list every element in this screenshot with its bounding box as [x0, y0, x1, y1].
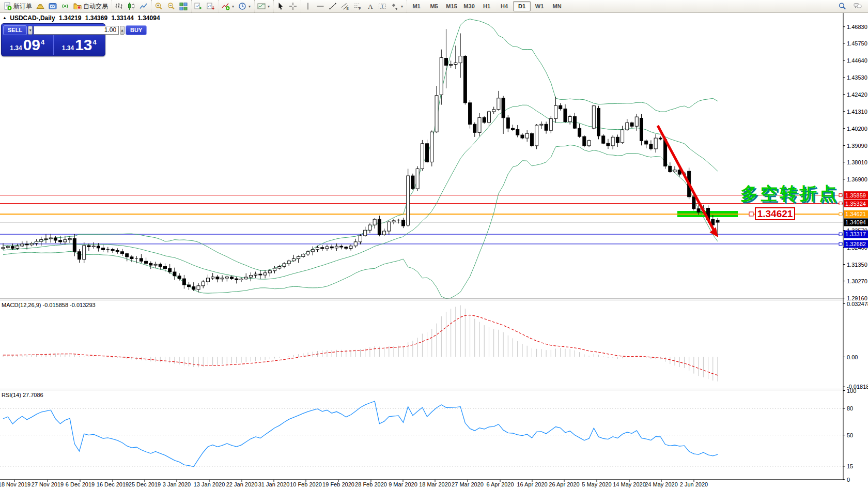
date-label: 22 Jan 2020 — [226, 481, 258, 487]
volume-increase-button[interactable]: ▲ — [120, 26, 125, 35]
price-tick-label: 1.44640 — [847, 57, 867, 64]
candle-bull — [416, 169, 419, 189]
volume-decrease-button[interactable]: ▼ — [28, 26, 33, 35]
candle-bear — [506, 118, 509, 128]
volume-input[interactable] — [34, 26, 119, 35]
candle-bear — [235, 279, 238, 280]
channel-tool-button[interactable]: E — [339, 1, 351, 12]
buy-price-area[interactable]: 1.34 13 4 — [54, 35, 105, 55]
fibonacci-tool-button[interactable]: F — [351, 1, 364, 12]
buy-button[interactable]: BUY — [126, 25, 147, 35]
shapes-icon — [391, 2, 399, 10]
timeframe-button-mn[interactable]: MN — [548, 1, 566, 11]
candle-bull — [392, 221, 395, 222]
candle-bear — [559, 105, 562, 109]
cursor-tool-button[interactable] — [274, 1, 287, 12]
add-indicator-icon — [222, 2, 230, 10]
candle-bull — [30, 243, 33, 245]
date-label: 27 Nov 2019 — [32, 481, 64, 487]
candle-bear — [111, 249, 114, 250]
candle-bull — [2, 248, 5, 249]
market-depth-button[interactable] — [34, 1, 47, 12]
price-callout[interactable]: 1.34621 — [749, 208, 795, 220]
sell-price-area[interactable]: 1.34 09 4 — [2, 35, 54, 55]
candle-bull — [21, 244, 24, 246]
line-chart-mode-button[interactable] — [137, 1, 150, 12]
candle-bull — [273, 268, 276, 271]
sell-button[interactable]: SELL — [3, 25, 27, 35]
date-label: 16 Dec 2019 — [97, 481, 129, 487]
candle-bear — [168, 269, 172, 272]
candle-bull — [211, 277, 214, 278]
chart-marker-icon: ▲ — [3, 16, 7, 20]
candle-bull — [440, 57, 443, 95]
horizontal-line-tool-button[interactable] — [314, 1, 327, 12]
text-tool-button[interactable]: A — [364, 1, 376, 12]
date-axis[interactable]: 18 Nov 201927 Nov 20196 Dec 201916 Dec 2… — [0, 480, 708, 487]
tile-windows-button[interactable] — [177, 1, 190, 12]
periods-button[interactable]: ▾ — [236, 1, 253, 12]
callout-anchor[interactable] — [749, 212, 753, 216]
label-tool-button[interactable]: T — [376, 1, 389, 12]
signals-button[interactable] — [59, 1, 71, 12]
date-label: 16 Apr 2020 — [517, 481, 547, 487]
indicator-list-button[interactable]: ▾ — [255, 1, 272, 12]
shapes-tool-button[interactable]: ▾ — [389, 1, 405, 12]
date-label: 10 Feb 2020 — [290, 481, 322, 487]
chat-button[interactable] — [851, 1, 864, 12]
candlestick-mode-button[interactable] — [125, 1, 137, 12]
trendline-icon — [329, 2, 337, 10]
candle-bear — [116, 251, 119, 252]
timeframe-button-h4[interactable]: H4 — [495, 1, 513, 11]
chart-shift-button[interactable] — [205, 1, 217, 12]
timeframe-button-h1[interactable]: H1 — [478, 1, 495, 11]
chevron-down-icon[interactable]: ▾ — [268, 4, 270, 9]
autotrading-button[interactable]: 自动交易 — [71, 1, 110, 12]
candle-bear — [564, 109, 567, 122]
turning-point-annotation[interactable]: 多空转折点多空转折点 — [740, 184, 840, 205]
search-button[interactable] — [836, 1, 848, 12]
candle-bull — [68, 238, 71, 239]
ohlc-low: 1.33144 — [111, 14, 133, 22]
timeframe-button-m30[interactable]: M30 — [460, 1, 478, 11]
price-tick-label: 1.40200 — [847, 126, 867, 132]
new-order-button[interactable]: 新订单 — [2, 1, 34, 12]
search-icon — [838, 2, 846, 10]
timeframe-button-d1[interactable]: D1 — [513, 1, 531, 11]
indicators-button[interactable]: ▾ — [220, 1, 236, 12]
trendline-tool-button[interactable] — [327, 1, 339, 12]
fibonacci-icon: F — [353, 2, 362, 10]
chevron-down-icon[interactable]: ▾ — [249, 4, 251, 9]
timeframe-button-m1[interactable]: M1 — [408, 1, 425, 11]
candle-bull — [6, 247, 9, 248]
candle-bull — [611, 137, 614, 146]
date-label: 14 May 2020 — [613, 481, 646, 487]
price-level-label-1.34094[interactable]: 1.34094 — [844, 219, 868, 226]
timeframe-button-m5[interactable]: M5 — [425, 1, 443, 11]
rsi-axis-label: 80 — [847, 405, 853, 411]
timeframe-button-w1[interactable]: W1 — [531, 1, 548, 11]
candle-bear — [616, 137, 619, 143]
crosshair-tool-button[interactable] — [287, 1, 299, 12]
price-tick-label: 1.46830 — [847, 24, 867, 30]
autotrading-button-label: 自动交易 — [83, 2, 108, 11]
toolbar-group — [273, 0, 300, 12]
new-chart-button[interactable] — [47, 1, 59, 12]
chart-canvas[interactable]: 1.34621多空转折点多空转折点1.468301.457501.446401.… — [0, 0, 868, 488]
zoom-in-button[interactable] — [152, 1, 165, 12]
chevron-down-icon[interactable]: ▾ — [401, 4, 403, 9]
chevron-down-icon[interactable]: ▾ — [232, 4, 234, 9]
candle-bull — [283, 264, 286, 266]
candle-bear — [426, 144, 429, 162]
auto-scroll-button[interactable] — [192, 1, 205, 12]
candle-bear — [87, 246, 90, 247]
timeframe-button-m15[interactable]: M15 — [443, 1, 460, 11]
date-label: 6 Dec 2019 — [66, 481, 95, 487]
zoom-out-button[interactable] — [165, 1, 177, 12]
candle-bear — [163, 266, 166, 268]
candle-bull — [497, 98, 500, 110]
candle-bear — [188, 285, 191, 287]
candle-bull — [349, 246, 352, 249]
bar-chart-mode-button[interactable] — [113, 1, 125, 12]
vertical-line-tool-button[interactable] — [302, 1, 314, 12]
